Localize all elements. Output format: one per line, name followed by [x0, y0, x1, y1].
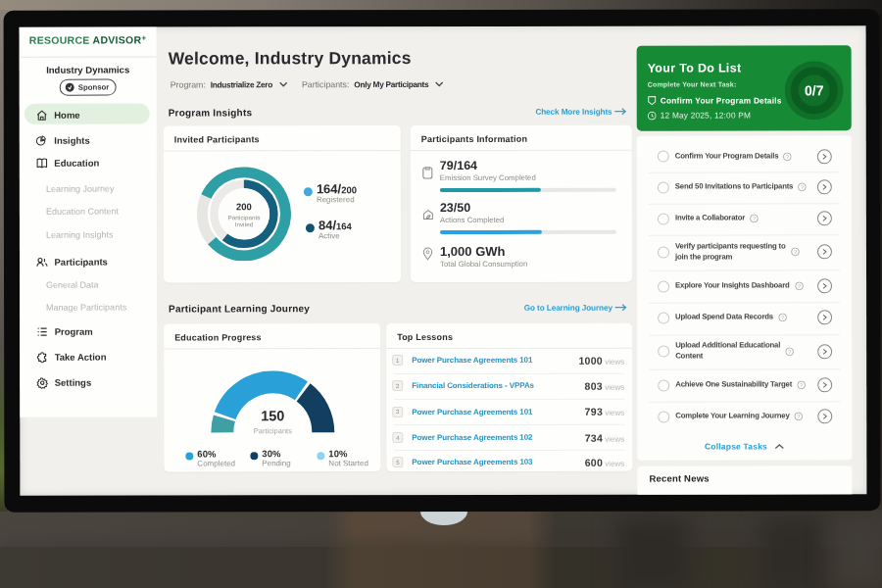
svg-text:?: ?	[786, 153, 789, 159]
svg-text:?: ?	[800, 382, 803, 388]
svg-text:?: ?	[753, 216, 756, 221]
svg-text:?: ?	[798, 414, 801, 419]
svg-text:?: ?	[793, 249, 796, 255]
svg-text:?: ?	[798, 283, 801, 289]
svg-text:?: ?	[801, 184, 804, 190]
svg-text:?: ?	[788, 348, 791, 354]
svg-text:Invited: Invited	[235, 220, 254, 227]
svg-text:Participants: Participants	[254, 426, 292, 435]
svg-text:?: ?	[781, 315, 784, 320]
svg-text:200: 200	[236, 201, 252, 212]
svg-text:150: 150	[261, 408, 284, 423]
svg-text:0/7: 0/7	[805, 82, 824, 98]
